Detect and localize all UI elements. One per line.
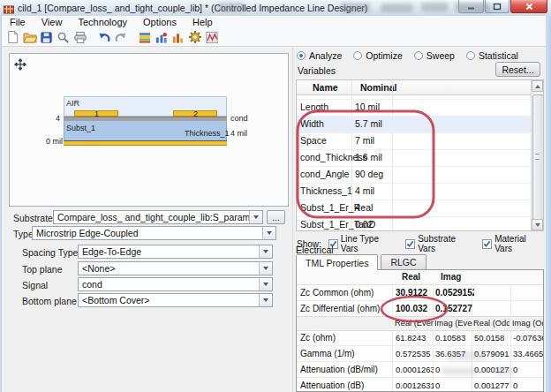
table-row[interactable]: Space 7 mil xyxy=(297,132,532,150)
cell-value: 50.0158 xyxy=(474,333,509,343)
variable-name: Width xyxy=(300,118,324,129)
gamma-row: Gamma (1/m) 0.572535 36.6357 0.579091 33… xyxy=(297,345,543,362)
real-column-header: Real xyxy=(402,272,420,282)
tab-tml-properties[interactable]: TML Properties xyxy=(296,254,378,270)
variable-name: Subst_1_Er_Real xyxy=(300,202,373,213)
chevron-down-icon[interactable] xyxy=(259,278,272,290)
open-button[interactable] xyxy=(21,29,38,45)
chevron-down-icon[interactable] xyxy=(249,211,262,223)
results-chart-button[interactable] xyxy=(170,29,186,45)
triangle-down-icon xyxy=(535,223,540,227)
undo-button[interactable] xyxy=(95,29,112,45)
table-row[interactable]: Subst_1_Er_TanD 0.02 xyxy=(297,216,532,231)
reset-button[interactable]: Reset... xyxy=(495,62,540,77)
bottom-plane-label: Bottom plane xyxy=(22,296,77,306)
print-button[interactable] xyxy=(72,29,88,45)
settings-button[interactable] xyxy=(186,29,203,45)
table-row[interactable]: cond_Angle 90 deg xyxy=(297,166,532,184)
menu-technology[interactable]: Technology xyxy=(70,17,135,27)
optimize-radio[interactable] xyxy=(353,51,362,60)
save-button[interactable] xyxy=(38,29,55,45)
variables-table: Name Nominal Length 10 mil Width 5.7 mil… xyxy=(296,79,544,231)
tab-rlgc[interactable]: RLGC xyxy=(381,254,426,269)
analyze-radio[interactable] xyxy=(297,51,306,60)
table-row[interactable]: cond_Thickness 1.6 mil xyxy=(297,149,532,167)
chevron-down-icon[interactable] xyxy=(262,227,276,239)
menu-options[interactable]: Options xyxy=(135,17,185,27)
chevron-down-icon[interactable] xyxy=(259,294,272,306)
menu-view[interactable]: View xyxy=(34,17,71,27)
scrollbar-thumb[interactable] xyxy=(532,94,544,220)
magnifier-icon xyxy=(57,31,70,44)
zoom-button[interactable] xyxy=(55,29,72,45)
table-row[interactable]: Thickness_1 4 mil xyxy=(297,183,532,200)
substrate-label: Substrate xyxy=(13,213,53,223)
row-label: Attenuation (dB) xyxy=(300,381,364,390)
cell-value: 0.572535 xyxy=(396,349,433,358)
bottom-plane-combobox[interactable]: <Bottom Cover> xyxy=(78,293,273,307)
redo-button[interactable] xyxy=(112,29,129,45)
cross-section-preview[interactable]: AIR 1 2 4 cond Subst_1 Thickness_1 4 mil… xyxy=(9,53,289,207)
scroll-up-button[interactable] xyxy=(532,80,543,92)
cell-value: 0.0012776 xyxy=(474,381,509,390)
electrical-tabs: TML Properties RLGC xyxy=(296,254,429,270)
open-folder-icon xyxy=(23,30,37,44)
analyze-chart-button[interactable] xyxy=(153,29,170,45)
substrate-browse-button[interactable]: ... xyxy=(267,210,285,224)
type-combobox[interactable]: Microstrip Edge-Coupled xyxy=(32,226,276,240)
plot-button[interactable] xyxy=(203,29,220,45)
chevron-down-icon[interactable] xyxy=(259,245,272,258)
signal-combobox[interactable]: cond xyxy=(78,277,273,291)
save-icon xyxy=(40,31,53,44)
signal-value: cond xyxy=(82,279,102,290)
variable-nominal: 10 mil xyxy=(355,102,380,112)
spacing-type-combobox[interactable]: Edge-To-Edge xyxy=(78,245,273,259)
attenuation-db-row: Attenuation (dB) 0.00126314 0 0.0012776 … xyxy=(297,377,543,392)
sweep-label: Sweep xyxy=(426,50,455,61)
row-label: Zc (ohm) xyxy=(300,333,336,343)
material-vars-checkbox[interactable] xyxy=(482,239,492,249)
sweep-radio[interactable] xyxy=(414,51,423,60)
chevron-down-icon[interactable] xyxy=(259,262,272,275)
menu-help[interactable]: Help xyxy=(185,17,221,27)
table-row-selected[interactable]: Width 5.7 mil xyxy=(297,116,532,133)
zc-common-row: Zc Common (ohm) 30.9122 0.0529152 xyxy=(297,284,543,301)
row-label: Gamma (1/m) xyxy=(300,349,355,358)
name-column-header[interactable]: Name xyxy=(313,82,338,93)
bottom-cover-layer xyxy=(64,140,227,146)
title-bar: cild_1 [Compare_loss_ and_tight_couple_l… xyxy=(0,0,551,17)
close-button[interactable] xyxy=(510,0,547,13)
check-icon xyxy=(483,240,491,248)
material-vars-label: Material Vars xyxy=(494,234,546,253)
cell-value: -0.0763633 xyxy=(513,333,544,343)
type-value: Microstrip Edge-Coupled xyxy=(36,228,139,238)
row-label: Attenuation (dB/mil) xyxy=(300,365,378,374)
variable-nominal: 0.02 xyxy=(355,219,373,230)
variables-scrollbar[interactable] xyxy=(531,80,543,230)
table-row[interactable]: Length 10 mil xyxy=(297,99,532,117)
menu-file[interactable]: File xyxy=(2,17,34,27)
top-plane-combobox[interactable]: <None> xyxy=(78,261,273,275)
variable-name: Space xyxy=(300,135,327,146)
substrate-vars-checkbox[interactable] xyxy=(405,239,415,249)
type-label: Type xyxy=(13,229,34,239)
zc-differential-real: 100.032 xyxy=(396,304,433,313)
stackup-editor-button[interactable] xyxy=(136,29,153,45)
substrate-combobox[interactable]: Compare_loss_ and_tight_couple_lib:S_par… xyxy=(53,210,263,224)
substrate-value: Compare_loss_ and_tight_couple_lib:S_par… xyxy=(57,212,263,222)
variable-nominal: 7 mil xyxy=(355,135,374,146)
real-odd-header: Real (Odd) xyxy=(473,319,509,328)
window-title: cild_1 [Compare_loss_ and_tight_couple_l… xyxy=(18,3,367,13)
variable-name: cond_Angle xyxy=(300,169,349,179)
undo-icon xyxy=(97,31,111,44)
bottom-plane-value: <Bottom Cover> xyxy=(82,295,149,305)
analyze-label: Analyze xyxy=(309,50,342,61)
scroll-down-button[interactable] xyxy=(532,219,543,230)
variable-name: Length xyxy=(300,102,328,112)
conductor-2-label: 2 xyxy=(193,109,198,118)
statistical-radio[interactable] xyxy=(466,51,475,60)
new-button[interactable] xyxy=(4,29,21,45)
table-row[interactable]: Subst_1_Er_Real 4 xyxy=(297,200,532,217)
cell-value: 0.00126314 xyxy=(396,381,434,390)
redo-icon xyxy=(114,31,128,44)
